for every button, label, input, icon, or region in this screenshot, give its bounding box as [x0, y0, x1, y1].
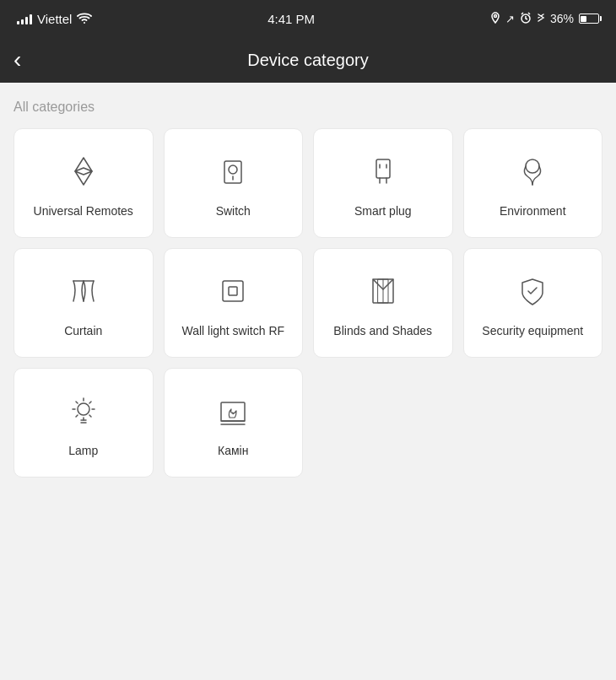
category-card-smart-plug[interactable]: Smart plug [313, 128, 453, 238]
lamp-icon [62, 389, 105, 433]
svg-line-25 [76, 402, 78, 403]
category-card-switch[interactable]: Switch [164, 128, 304, 238]
wifi-icon [77, 12, 92, 26]
blinds-and-shades-label: Blinds and Shades [333, 323, 432, 338]
battery-percentage: 36% [550, 12, 574, 25]
curtain-label: Curtain [64, 323, 102, 338]
svg-point-13 [526, 159, 539, 173]
svg-point-1 [494, 14, 496, 17]
svg-rect-31 [221, 402, 245, 421]
bluetooth-icon [537, 12, 545, 26]
universal-remotes-label: Universal Remotes [34, 203, 133, 219]
category-grid-row2: Curtain Wall light switch RF [14, 248, 602, 358]
content-area: All categories Universal Remotes Sw [0, 83, 616, 494]
kamin-label: Камін [218, 443, 248, 458]
category-card-curtain[interactable]: Curtain [14, 248, 154, 358]
svg-line-27 [76, 415, 78, 417]
category-card-blinds-and-shades[interactable]: Blinds and Shades [313, 248, 453, 358]
environment-label: Environment [500, 203, 566, 219]
blinds-icon [361, 269, 405, 313]
svg-rect-15 [223, 281, 243, 301]
page-header: ‹ Device category [0, 37, 616, 83]
security-equipment-label: Security equipment [482, 323, 583, 338]
time-display: 4:41 PM [267, 12, 315, 26]
category-card-lamp[interactable]: Lamp [14, 368, 154, 478]
category-card-wall-light-switch-rf[interactable]: Wall light switch RF [164, 248, 304, 358]
status-bar: Viettel 4:41 PM ↗ [0, 0, 616, 37]
battery-icon [579, 13, 599, 24]
alarm-icon [520, 12, 532, 26]
location-icon [490, 12, 500, 26]
section-label: All categories [14, 100, 602, 115]
lamp-label: Lamp [68, 443, 98, 458]
carrier-name: Viettel [37, 12, 72, 26]
svg-marker-4 [75, 171, 92, 185]
status-right: ↗ 36% [490, 12, 599, 26]
arrow-icon: ↗ [505, 13, 515, 25]
svg-line-28 [89, 415, 91, 417]
environment-icon [511, 149, 554, 193]
category-grid-row3: Lamp Камін [14, 368, 602, 478]
switch-label: Switch [216, 203, 251, 219]
switch-icon [211, 149, 255, 193]
universal-remotes-icon [62, 149, 105, 193]
svg-rect-8 [376, 159, 390, 178]
smart-plug-icon [361, 149, 405, 193]
category-card-security-equipment[interactable]: Security equipment [463, 248, 603, 358]
svg-rect-16 [229, 287, 237, 295]
svg-point-6 [229, 165, 237, 174]
status-left: Viettel [17, 12, 92, 26]
back-button[interactable]: ‹ [14, 48, 21, 72]
wall-light-switch-rf-label: Wall light switch RF [181, 323, 284, 338]
category-card-kamin[interactable]: Камін [164, 368, 304, 478]
category-grid-row1: Universal Remotes Switch [14, 128, 602, 238]
wall-switch-icon [211, 269, 255, 313]
svg-point-0 [84, 22, 85, 24]
curtain-icon [62, 269, 105, 313]
security-icon [511, 269, 554, 313]
category-card-environment[interactable]: Environment [463, 128, 603, 238]
signal-bars [17, 13, 32, 24]
smart-plug-label: Smart plug [354, 203, 412, 219]
svg-line-26 [89, 402, 91, 403]
category-card-universal-remotes[interactable]: Universal Remotes [14, 128, 154, 238]
fireplace-icon [211, 389, 255, 433]
svg-marker-3 [75, 158, 92, 171]
page-title: Device category [247, 51, 368, 70]
svg-point-20 [78, 403, 89, 415]
